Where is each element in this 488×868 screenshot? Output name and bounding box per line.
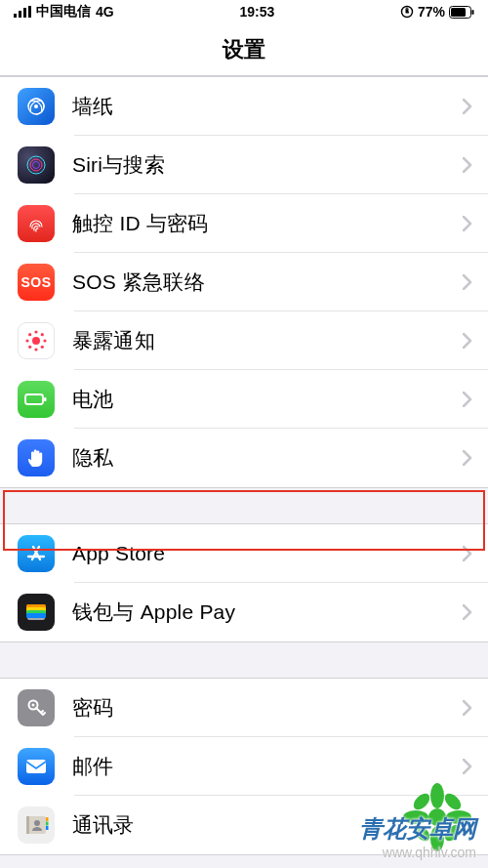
- battery-icon: [449, 6, 474, 19]
- sos-icon: SOS: [18, 264, 55, 301]
- chevron-right-icon: [463, 759, 472, 774]
- row-label: 电池: [72, 386, 463, 413]
- svg-point-12: [30, 159, 42, 171]
- wallet-icon: [18, 594, 55, 631]
- appstore-icon: [18, 535, 55, 572]
- svg-rect-39: [46, 817, 49, 821]
- settings-group-1: 墙纸 Siri与搜索 触控 ID 与密码 SOS SOS 紧急联络: [0, 76, 488, 488]
- siri-icon: [18, 146, 55, 184]
- svg-rect-8: [472, 10, 474, 15]
- row-touchid[interactable]: 触控 ID 与密码: [0, 194, 488, 253]
- row-label: Siri与搜索: [72, 151, 463, 179]
- row-sos[interactable]: SOS SOS 紧急联络: [0, 253, 488, 311]
- clock: 19:53: [239, 4, 274, 20]
- chevron-right-icon: [463, 817, 472, 833]
- fingerprint-icon: [18, 205, 55, 242]
- mail-icon: [18, 748, 55, 785]
- svg-point-18: [43, 339, 46, 342]
- signal-icon: [14, 6, 31, 18]
- svg-point-17: [25, 339, 28, 342]
- rotation-lock-icon: [400, 5, 414, 19]
- row-privacy[interactable]: 隐私: [0, 429, 488, 487]
- row-exposure[interactable]: 暴露通知: [0, 311, 488, 370]
- row-wallet[interactable]: 钱包与 Apple Pay: [0, 583, 488, 641]
- chevron-right-icon: [463, 700, 472, 716]
- chevron-right-icon: [463, 157, 472, 173]
- hand-icon: [18, 439, 55, 476]
- svg-rect-7: [451, 8, 466, 17]
- row-label: 钱包与 Apple Pay: [72, 599, 463, 626]
- svg-point-22: [41, 346, 44, 349]
- row-label: 通讯录: [72, 811, 463, 839]
- chevron-right-icon: [463, 604, 472, 620]
- row-label: 隐私: [72, 444, 463, 472]
- chevron-right-icon: [463, 546, 472, 561]
- row-label: 邮件: [72, 753, 463, 780]
- svg-point-10: [34, 104, 38, 108]
- svg-rect-35: [26, 760, 46, 773]
- row-siri[interactable]: Siri与搜索: [0, 136, 488, 194]
- svg-point-19: [28, 333, 31, 336]
- row-label: SOS 紧急联络: [72, 269, 463, 296]
- network-label: 4G: [96, 4, 114, 20]
- row-label: 暴露通知: [72, 327, 463, 354]
- svg-point-15: [34, 330, 37, 333]
- battery-percent: 77%: [418, 4, 445, 20]
- svg-rect-5: [405, 10, 408, 14]
- row-label: 墙纸: [72, 93, 463, 120]
- chevron-right-icon: [463, 216, 472, 231]
- svg-point-13: [33, 162, 40, 169]
- carrier-label: 中国电信: [36, 3, 91, 21]
- chevron-right-icon: [463, 333, 472, 349]
- svg-point-21: [28, 346, 31, 349]
- battery-row-icon: [18, 381, 55, 418]
- svg-point-16: [34, 348, 37, 351]
- nav-bar: 设置: [0, 23, 488, 76]
- row-contacts[interactable]: 通讯录: [0, 796, 488, 854]
- row-mail[interactable]: 邮件: [0, 737, 488, 796]
- svg-point-20: [41, 333, 44, 336]
- row-label: 密码: [72, 694, 463, 722]
- row-battery[interactable]: 电池: [0, 370, 488, 429]
- svg-rect-37: [26, 816, 29, 834]
- svg-rect-24: [44, 397, 47, 401]
- svg-rect-40: [46, 822, 49, 826]
- chevron-right-icon: [463, 392, 472, 407]
- row-passwords[interactable]: 密码: [0, 679, 488, 737]
- exposure-icon: [18, 322, 55, 359]
- svg-rect-32: [26, 613, 46, 618]
- chevron-right-icon: [463, 99, 472, 114]
- row-appstore[interactable]: App Store: [0, 524, 488, 583]
- row-label: App Store: [72, 542, 463, 565]
- chevron-right-icon: [463, 274, 472, 290]
- svg-rect-3: [28, 6, 31, 18]
- chevron-right-icon: [463, 450, 472, 466]
- svg-rect-41: [46, 826, 49, 830]
- svg-rect-2: [23, 8, 26, 18]
- svg-point-38: [34, 820, 40, 826]
- status-bar: 中国电信 4G 19:53 77%: [0, 0, 488, 23]
- wallpaper-icon: [18, 88, 55, 125]
- contacts-icon: [18, 806, 55, 844]
- svg-rect-23: [25, 394, 43, 404]
- status-left: 中国电信 4G: [14, 3, 114, 21]
- row-label: 触控 ID 与密码: [72, 210, 463, 237]
- key-icon: [18, 689, 55, 726]
- settings-group-2: App Store 钱包与 Apple Pay: [0, 523, 488, 642]
- svg-point-14: [32, 337, 40, 345]
- page-title: 设置: [223, 35, 265, 64]
- content: 墙纸 Siri与搜索 触控 ID 与密码 SOS SOS 紧急联络: [0, 76, 488, 855]
- svg-rect-0: [14, 14, 17, 18]
- svg-rect-1: [19, 11, 21, 18]
- svg-point-34: [32, 704, 35, 707]
- settings-group-3: 密码 邮件 通讯录: [0, 678, 488, 855]
- status-right: 77%: [400, 4, 474, 20]
- row-wallpaper[interactable]: 墙纸: [0, 77, 488, 136]
